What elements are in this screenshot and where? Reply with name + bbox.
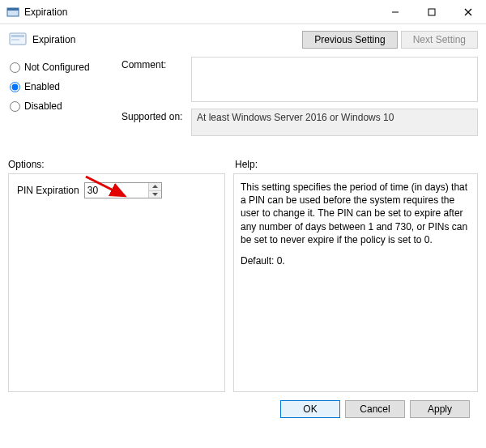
close-button[interactable] — [450, 0, 486, 24]
svg-marker-10 — [152, 193, 158, 196]
window-title: Expiration — [24, 6, 67, 18]
comment-label: Comment: — [122, 57, 185, 102]
app-icon — [6, 6, 19, 19]
svg-marker-9 — [152, 185, 158, 188]
radio-not-configured[interactable]: Not Configured — [8, 58, 115, 76]
maximize-button[interactable] — [413, 0, 450, 24]
pin-expiration-label: PIN Expiration — [17, 185, 79, 196]
policy-title: Expiration — [32, 34, 75, 45]
minimize-button[interactable] — [377, 0, 413, 24]
cancel-button[interactable]: Cancel — [345, 400, 405, 418]
apply-button[interactable]: Apply — [410, 400, 470, 418]
help-pane: This setting specifies the period of tim… — [233, 173, 478, 392]
pin-expiration-option: PIN Expiration — [17, 182, 216, 198]
radio-label: Disabled — [24, 100, 62, 112]
titlebar: Expiration — [0, 0, 486, 24]
policy-icon — [8, 32, 28, 48]
help-body: This setting specifies the period of tim… — [241, 181, 471, 246]
svg-rect-7 — [11, 35, 24, 37]
svg-rect-8 — [11, 39, 19, 41]
state-radio-group: Not Configured Enabled Disabled — [8, 57, 115, 147]
radio-enabled[interactable]: Enabled — [8, 78, 115, 96]
supported-on-value: At least Windows Server 2016 or Windows … — [191, 109, 478, 136]
radio-disabled-input[interactable] — [10, 101, 20, 112]
spinner-up-button[interactable] — [149, 183, 161, 191]
pin-expiration-input[interactable] — [85, 183, 148, 198]
svg-rect-1 — [7, 8, 19, 11]
dialog-footer: OK Cancel Apply — [8, 392, 478, 418]
supported-on-label: Supported on: — [122, 102, 185, 147]
radio-enabled-input[interactable] — [10, 82, 20, 92]
radio-disabled[interactable]: Disabled — [8, 97, 115, 115]
ok-button[interactable]: OK — [280, 400, 340, 418]
radio-label: Enabled — [24, 81, 60, 92]
pin-expiration-spinner[interactable] — [84, 182, 162, 198]
svg-rect-3 — [428, 9, 435, 15]
radio-label: Not Configured — [24, 62, 90, 73]
options-pane: PIN Expiration — [8, 173, 225, 392]
spinner-down-button[interactable] — [149, 191, 161, 198]
radio-not-configured-input[interactable] — [10, 62, 20, 73]
comment-textarea[interactable] — [191, 57, 478, 102]
next-setting-button[interactable]: Next Setting — [401, 31, 478, 49]
previous-setting-button[interactable]: Previous Setting — [302, 31, 397, 49]
help-section-label: Help: — [235, 159, 258, 170]
options-section-label: Options: — [8, 159, 235, 170]
help-default-line: Default: 0. — [241, 254, 471, 267]
